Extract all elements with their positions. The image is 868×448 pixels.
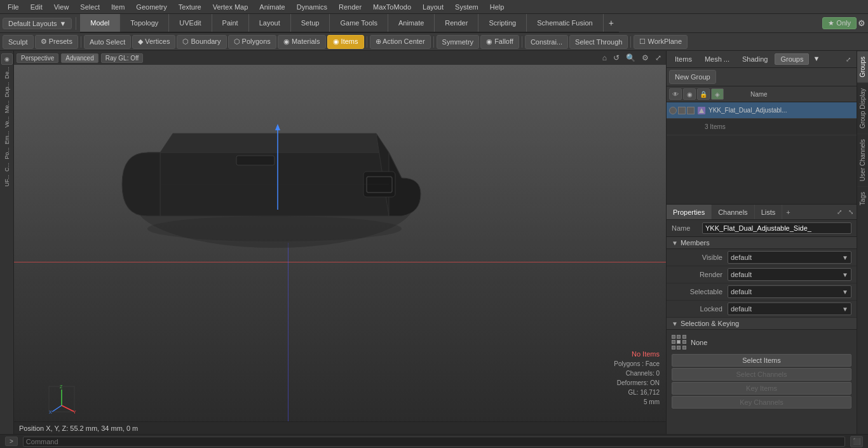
boundary-button[interactable]: ⬡ Boundary: [177, 35, 226, 49]
command-arrow-button[interactable]: >: [5, 437, 18, 446]
menu-view[interactable]: View: [49, 2, 74, 12]
menu-system[interactable]: System: [450, 2, 484, 12]
props-tab-channels[interactable]: Channels: [712, 205, 754, 219]
tab-items[interactable]: Items: [669, 53, 698, 65]
tab-render[interactable]: Render: [435, 14, 478, 32]
falloff-button[interactable]: ◉ Falloff: [480, 35, 519, 49]
menu-select[interactable]: Select: [75, 2, 105, 12]
only-button[interactable]: ★ Only: [822, 17, 857, 29]
items-button[interactable]: ◉ Items: [327, 35, 364, 49]
tab-mesh[interactable]: Mesh ...: [699, 53, 735, 65]
selectable-select[interactable]: default ▼: [728, 285, 851, 298]
tab-layout[interactable]: Layout: [249, 14, 291, 32]
rvtab-group-display[interactable]: Group Display: [857, 83, 868, 133]
select-icon[interactable]: ◈: [711, 88, 724, 100]
render-select[interactable]: default ▼: [728, 268, 851, 281]
vertices-button[interactable]: ◆ Vertices: [132, 35, 175, 49]
presets-button[interactable]: ⚙ Presets: [35, 35, 78, 49]
list-item[interactable]: YKK_Flat_Dual_Adjustabl...: [667, 102, 857, 119]
sel-keying-section-header[interactable]: ▼ Selection & Keying: [667, 318, 857, 330]
settings-icon[interactable]: ⚙: [858, 18, 865, 28]
expand-button[interactable]: ⤢: [843, 53, 854, 65]
menu-item[interactable]: Item: [106, 2, 130, 12]
tab-game-tools[interactable]: Game Tools: [330, 14, 388, 32]
props-tab-properties[interactable]: Properties: [667, 205, 712, 219]
command-input[interactable]: [23, 437, 845, 447]
lock-icon[interactable]: 🔒: [697, 88, 710, 100]
menu-file[interactable]: File: [3, 2, 24, 12]
constraint-button[interactable]: Constrai...: [525, 35, 568, 49]
advanced-toggle[interactable]: Advanced: [61, 53, 98, 63]
left-label-c[interactable]: C...: [4, 161, 10, 173]
vis-square2[interactable]: [687, 107, 695, 114]
polygons-button[interactable]: ⬡ Polygons: [228, 35, 276, 49]
members-section-header[interactable]: ▼ Members: [667, 237, 857, 249]
tab-setup[interactable]: Setup: [291, 14, 330, 32]
symmetry-button[interactable]: Symmetry: [437, 35, 480, 49]
rvtab-user-channels[interactable]: User Channels: [857, 133, 868, 186]
left-label-uf[interactable]: UF...: [4, 173, 10, 188]
name-input[interactable]: [702, 222, 851, 234]
key-items-button[interactable]: Key Items: [672, 382, 851, 395]
left-label-me[interactable]: Me...: [4, 99, 10, 114]
tab-animate[interactable]: Animate: [388, 14, 435, 32]
menu-vertex-map[interactable]: Vertex Map: [208, 2, 254, 12]
add-mode-button[interactable]: +: [604, 15, 619, 31]
new-group-button[interactable]: New Group: [669, 70, 716, 84]
left-label-po[interactable]: Po...: [4, 146, 10, 161]
viewport-expand-icon[interactable]: ⤢: [653, 53, 663, 63]
tab-paint[interactable]: Paint: [212, 14, 249, 32]
tab-topology[interactable]: Topology: [120, 14, 169, 32]
add-props-tab[interactable]: +: [782, 207, 794, 218]
left-tool-0[interactable]: ◉: [1, 53, 13, 65]
viewport-refresh-icon[interactable]: ↺: [611, 53, 621, 63]
render-icon[interactable]: ◉: [683, 88, 696, 100]
select-through-button[interactable]: Select Through: [569, 35, 628, 49]
props-expand-btn[interactable]: ⤢: [834, 207, 845, 218]
viewport[interactable]: Perspective Advanced Ray GL: Off ⌂ ↺ 🔍 ⚙…: [14, 51, 666, 434]
menu-texture[interactable]: Texture: [173, 2, 207, 12]
layout-selector[interactable]: Default Layouts ▼: [3, 18, 72, 29]
viewport-search-icon[interactable]: 🔍: [624, 53, 637, 63]
rvtab-tags[interactable]: Tags: [857, 186, 868, 210]
props-tab-lists[interactable]: Lists: [755, 205, 783, 219]
vis-dot[interactable]: [669, 107, 677, 114]
viewport-settings-icon[interactable]: ⚙: [640, 53, 651, 63]
menu-animate[interactable]: Animate: [254, 2, 290, 12]
workplane-button[interactable]: ☐ WorkPlane: [634, 35, 688, 49]
materials-button[interactable]: ◉ Materials: [278, 35, 326, 49]
select-items-button[interactable]: Select Items: [672, 354, 851, 367]
left-label-de[interactable]: De...: [4, 65, 10, 80]
auto-select-button[interactable]: Auto Select: [84, 35, 131, 49]
end-button[interactable]: ⬛: [850, 436, 863, 447]
menu-dynamics[interactable]: Dynamics: [292, 2, 332, 12]
menu-render[interactable]: Render: [334, 2, 367, 12]
viewport-home-icon[interactable]: ⌂: [600, 53, 609, 63]
menu-geometry[interactable]: Geometry: [131, 2, 172, 12]
ray-gl-toggle[interactable]: Ray GL: Off: [101, 53, 144, 63]
vis-square[interactable]: [678, 107, 686, 114]
sculpt-button[interactable]: Sculpt: [3, 35, 34, 49]
locked-select[interactable]: default ▼: [728, 302, 851, 315]
tab-model[interactable]: Model: [80, 14, 120, 32]
action-center-button[interactable]: ⊕ Action Center: [370, 35, 431, 49]
visible-select[interactable]: default ▼: [728, 251, 851, 264]
eye-icon[interactable]: 👁: [669, 88, 682, 100]
props-fullscreen-btn[interactable]: ⤡: [845, 207, 857, 218]
perspective-toggle[interactable]: Perspective: [17, 53, 58, 63]
tab-schematic-fusion[interactable]: Schematic Fusion: [527, 14, 603, 32]
tabs-more-arrow[interactable]: ▼: [810, 53, 822, 65]
tab-uvedit[interactable]: UVEdit: [169, 14, 212, 32]
tab-shading[interactable]: Shading: [736, 53, 773, 65]
key-channels-button[interactable]: Key Channels: [672, 396, 851, 409]
menu-layout[interactable]: Layout: [417, 2, 449, 12]
left-label-ve[interactable]: Ve...: [4, 115, 10, 129]
tab-groups[interactable]: Groups: [775, 53, 809, 65]
rvtab-groups[interactable]: Groups: [857, 51, 868, 83]
tab-scripting[interactable]: Scripting: [478, 14, 527, 32]
left-label-em[interactable]: Em...: [4, 130, 10, 146]
menu-maxtomodo[interactable]: MaxToModo: [368, 2, 416, 12]
menu-help[interactable]: Help: [485, 2, 510, 12]
left-label-dup[interactable]: Dup...: [4, 81, 10, 98]
select-channels-button[interactable]: Select Channels: [672, 368, 851, 381]
